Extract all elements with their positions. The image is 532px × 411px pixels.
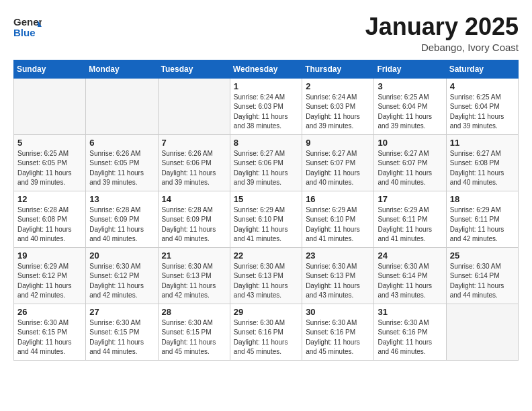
calendar-table: SundayMondayTuesdayWednesdayThursdayFrid… [13, 60, 519, 361]
day-number: 2 [306, 81, 370, 91]
day-number: 19 [17, 250, 82, 261]
calendar-cell: 20Sunrise: 6:30 AM Sunset: 6:12 PM Dayli… [86, 247, 158, 304]
day-header-thursday: Thursday [302, 60, 374, 78]
day-number: 7 [162, 138, 226, 148]
calendar-header-row: SundayMondayTuesdayWednesdayThursdayFrid… [14, 60, 519, 78]
day-info: Sunrise: 6:25 AM Sunset: 6:04 PM Dayligh… [378, 93, 442, 132]
calendar-cell: 24Sunrise: 6:30 AM Sunset: 6:14 PM Dayli… [374, 247, 446, 304]
calendar-week-1: 1Sunrise: 6:24 AM Sunset: 6:03 PM Daylig… [14, 78, 519, 134]
day-number: 18 [450, 194, 515, 204]
day-number: 29 [234, 307, 298, 317]
day-info: Sunrise: 6:25 AM Sunset: 6:05 PM Dayligh… [17, 149, 82, 188]
day-info: Sunrise: 6:30 AM Sunset: 6:13 PM Dayligh… [162, 262, 226, 301]
day-info: Sunrise: 6:30 AM Sunset: 6:16 PM Dayligh… [306, 318, 370, 357]
calendar-cell: 14Sunrise: 6:28 AM Sunset: 6:09 PM Dayli… [158, 191, 230, 247]
calendar-cell: 8Sunrise: 6:27 AM Sunset: 6:06 PM Daylig… [230, 134, 302, 191]
calendar-week-5: 26Sunrise: 6:30 AM Sunset: 6:15 PM Dayli… [14, 304, 519, 360]
svg-text:General: General [13, 16, 42, 28]
title-area: January 2025 Debango, Ivory Coast [365, 13, 519, 53]
day-info: Sunrise: 6:27 AM Sunset: 6:07 PM Dayligh… [378, 149, 442, 188]
day-number: 9 [306, 138, 370, 148]
day-info: Sunrise: 6:30 AM Sunset: 6:13 PM Dayligh… [306, 262, 370, 301]
day-number: 5 [17, 138, 82, 148]
day-header-tuesday: Tuesday [158, 60, 230, 78]
calendar-week-4: 19Sunrise: 6:29 AM Sunset: 6:12 PM Dayli… [14, 247, 519, 304]
calendar-cell [158, 78, 230, 134]
day-number: 4 [450, 81, 515, 91]
day-number: 17 [378, 194, 442, 204]
day-info: Sunrise: 6:27 AM Sunset: 6:08 PM Dayligh… [450, 149, 515, 188]
month-title: January 2025 [365, 13, 519, 40]
calendar-cell: 3Sunrise: 6:25 AM Sunset: 6:04 PM Daylig… [374, 78, 446, 134]
day-info: Sunrise: 6:30 AM Sunset: 6:16 PM Dayligh… [378, 318, 442, 357]
day-number: 3 [378, 81, 442, 91]
day-number: 16 [306, 194, 370, 204]
day-number: 10 [378, 138, 442, 148]
calendar-cell: 2Sunrise: 6:24 AM Sunset: 6:03 PM Daylig… [302, 78, 374, 134]
calendar-cell: 18Sunrise: 6:29 AM Sunset: 6:11 PM Dayli… [446, 191, 518, 247]
calendar-week-3: 12Sunrise: 6:28 AM Sunset: 6:08 PM Dayli… [14, 191, 519, 247]
day-info: Sunrise: 6:30 AM Sunset: 6:15 PM Dayligh… [17, 318, 82, 357]
calendar-cell: 17Sunrise: 6:29 AM Sunset: 6:11 PM Dayli… [374, 191, 446, 247]
calendar-cell: 13Sunrise: 6:28 AM Sunset: 6:09 PM Dayli… [86, 191, 158, 247]
day-header-sunday: Sunday [14, 60, 86, 78]
day-info: Sunrise: 6:29 AM Sunset: 6:10 PM Dayligh… [234, 205, 298, 244]
day-number: 8 [234, 138, 298, 148]
day-number: 23 [306, 250, 370, 261]
day-info: Sunrise: 6:29 AM Sunset: 6:11 PM Dayligh… [450, 205, 515, 244]
calendar-cell: 5Sunrise: 6:25 AM Sunset: 6:05 PM Daylig… [14, 134, 86, 191]
calendar-cell: 27Sunrise: 6:30 AM Sunset: 6:15 PM Dayli… [86, 304, 158, 360]
day-info: Sunrise: 6:30 AM Sunset: 6:13 PM Dayligh… [234, 262, 298, 301]
calendar-cell: 28Sunrise: 6:30 AM Sunset: 6:15 PM Dayli… [158, 304, 230, 360]
calendar-cell: 26Sunrise: 6:30 AM Sunset: 6:15 PM Dayli… [14, 304, 86, 360]
svg-text:Blue: Blue [13, 27, 36, 38]
day-info: Sunrise: 6:27 AM Sunset: 6:06 PM Dayligh… [234, 149, 298, 188]
calendar-cell: 31Sunrise: 6:30 AM Sunset: 6:16 PM Dayli… [374, 304, 446, 360]
day-header-wednesday: Wednesday [230, 60, 302, 78]
calendar-cell: 1Sunrise: 6:24 AM Sunset: 6:03 PM Daylig… [230, 78, 302, 134]
day-info: Sunrise: 6:30 AM Sunset: 6:12 PM Dayligh… [89, 262, 154, 301]
day-number: 14 [162, 194, 226, 204]
calendar-cell: 25Sunrise: 6:30 AM Sunset: 6:14 PM Dayli… [446, 247, 518, 304]
day-number: 11 [450, 138, 515, 148]
location: Debango, Ivory Coast [365, 42, 519, 53]
day-info: Sunrise: 6:30 AM Sunset: 6:14 PM Dayligh… [378, 262, 442, 301]
calendar-cell: 9Sunrise: 6:27 AM Sunset: 6:07 PM Daylig… [302, 134, 374, 191]
day-info: Sunrise: 6:30 AM Sunset: 6:16 PM Dayligh… [234, 318, 298, 357]
day-header-saturday: Saturday [446, 60, 518, 78]
day-info: Sunrise: 6:29 AM Sunset: 6:12 PM Dayligh… [17, 262, 82, 301]
day-number: 6 [89, 138, 154, 148]
day-number: 28 [162, 307, 226, 317]
calendar-cell [446, 304, 518, 360]
day-header-monday: Monday [86, 60, 158, 78]
calendar-cell: 30Sunrise: 6:30 AM Sunset: 6:16 PM Dayli… [302, 304, 374, 360]
calendar-cell [86, 78, 158, 134]
day-number: 20 [89, 250, 154, 261]
day-info: Sunrise: 6:28 AM Sunset: 6:09 PM Dayligh… [89, 205, 154, 244]
calendar-cell: 7Sunrise: 6:26 AM Sunset: 6:06 PM Daylig… [158, 134, 230, 191]
calendar-cell: 19Sunrise: 6:29 AM Sunset: 6:12 PM Dayli… [14, 247, 86, 304]
day-header-friday: Friday [374, 60, 446, 78]
page-header: General Blue January 2025 Debango, Ivory… [13, 13, 519, 53]
calendar-cell: 15Sunrise: 6:29 AM Sunset: 6:10 PM Dayli… [230, 191, 302, 247]
logo: General Blue [13, 13, 42, 39]
calendar-cell: 12Sunrise: 6:28 AM Sunset: 6:08 PM Dayli… [14, 191, 86, 247]
calendar-week-2: 5Sunrise: 6:25 AM Sunset: 6:05 PM Daylig… [14, 134, 519, 191]
calendar-cell: 11Sunrise: 6:27 AM Sunset: 6:08 PM Dayli… [446, 134, 518, 191]
day-info: Sunrise: 6:30 AM Sunset: 6:15 PM Dayligh… [89, 318, 154, 357]
day-number: 13 [89, 194, 154, 204]
calendar-cell: 21Sunrise: 6:30 AM Sunset: 6:13 PM Dayli… [158, 247, 230, 304]
day-info: Sunrise: 6:26 AM Sunset: 6:05 PM Dayligh… [89, 149, 154, 188]
calendar-cell: 4Sunrise: 6:25 AM Sunset: 6:04 PM Daylig… [446, 78, 518, 134]
day-number: 25 [450, 250, 515, 261]
day-number: 1 [234, 81, 298, 91]
day-info: Sunrise: 6:24 AM Sunset: 6:03 PM Dayligh… [306, 93, 370, 132]
day-info: Sunrise: 6:27 AM Sunset: 6:07 PM Dayligh… [306, 149, 370, 188]
calendar-cell: 29Sunrise: 6:30 AM Sunset: 6:16 PM Dayli… [230, 304, 302, 360]
day-info: Sunrise: 6:25 AM Sunset: 6:04 PM Dayligh… [450, 93, 515, 132]
day-info: Sunrise: 6:26 AM Sunset: 6:06 PM Dayligh… [162, 149, 226, 188]
calendar-cell: 16Sunrise: 6:29 AM Sunset: 6:10 PM Dayli… [302, 191, 374, 247]
day-number: 31 [378, 307, 442, 317]
day-info: Sunrise: 6:29 AM Sunset: 6:11 PM Dayligh… [378, 205, 442, 244]
calendar-cell: 22Sunrise: 6:30 AM Sunset: 6:13 PM Dayli… [230, 247, 302, 304]
